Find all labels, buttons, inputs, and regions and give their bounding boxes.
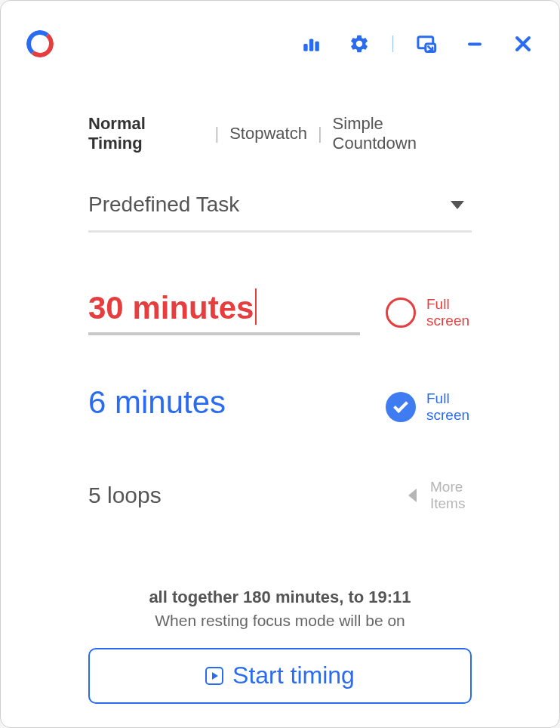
text-cursor (255, 288, 257, 325)
work-fullscreen-label: Full screen (426, 296, 472, 329)
start-timing-button[interactable]: Start timing (88, 648, 472, 704)
rest-fullscreen-label: Full screen (426, 390, 472, 424)
checkmark-icon (393, 398, 408, 413)
work-duration-value: 30 minutes (88, 290, 254, 335)
tab-simple-countdown[interactable]: Simple Countdown (333, 114, 472, 153)
top-bar (1, 1, 559, 69)
radio-checked-icon (386, 392, 416, 422)
summary-note: When resting focus mode will be on (88, 612, 472, 630)
svg-rect-1 (303, 44, 307, 51)
input-underline (88, 332, 360, 335)
rest-duration-value: 6 minutes (88, 384, 226, 430)
svg-rect-2 (309, 39, 313, 51)
triangle-left-icon (408, 489, 417, 502)
main-content: Normal Timing | Stopwatch | Simple Count… (1, 69, 559, 704)
play-icon (205, 667, 223, 685)
stats-icon[interactable] (300, 33, 322, 54)
tab-normal-timing[interactable]: Normal Timing (88, 114, 204, 153)
app-window: Normal Timing | Stopwatch | Simple Count… (0, 0, 560, 728)
rest-duration-row: 6 minutes Full screen (88, 384, 472, 430)
task-select[interactable]: Predefined Task (88, 193, 472, 233)
top-icon-group (300, 33, 534, 54)
mode-tabs: Normal Timing | Stopwatch | Simple Count… (88, 114, 472, 153)
tab-separator: | (318, 124, 322, 143)
summary: all together 180 minutes, to 19:11 When … (88, 588, 472, 630)
work-fullscreen-toggle[interactable]: Full screen (386, 296, 472, 329)
top-bar-divider (392, 35, 393, 52)
minimize-icon[interactable] (464, 33, 485, 54)
pip-icon[interactable] (416, 33, 437, 54)
tab-stopwatch[interactable]: Stopwatch (229, 124, 307, 143)
start-button-label: Start timing (232, 662, 355, 689)
summary-total: all together 180 minutes, to 19:11 (88, 588, 472, 607)
chevron-down-icon (451, 201, 464, 209)
radio-unchecked-icon (386, 298, 416, 328)
close-icon[interactable] (512, 33, 534, 54)
work-duration-input[interactable]: 30 minutes (88, 290, 254, 335)
work-duration-row: 30 minutes Full screen (88, 290, 472, 335)
rest-duration-input[interactable]: 6 minutes (88, 384, 226, 430)
loops-value[interactable]: 5 loops (88, 483, 162, 508)
task-select-label: Predefined Task (88, 193, 239, 217)
settings-icon[interactable] (349, 33, 370, 54)
tab-separator: | (214, 124, 219, 143)
app-logo-icon (26, 30, 54, 57)
more-items-button[interactable]: More Items (408, 479, 472, 512)
rest-fullscreen-toggle[interactable]: Full screen (386, 390, 472, 424)
loops-row: 5 loops More Items (88, 479, 472, 512)
svg-rect-6 (468, 43, 482, 46)
more-items-label: More Items (430, 479, 472, 512)
svg-rect-3 (315, 42, 318, 51)
